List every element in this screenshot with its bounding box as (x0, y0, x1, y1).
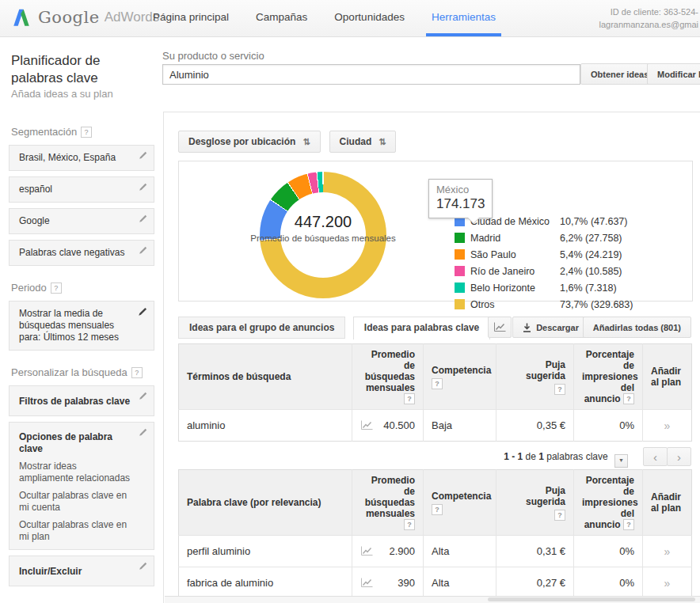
legend-swatch (455, 233, 465, 243)
legend-item: Madrid 6,2% (27.758) (455, 229, 633, 246)
sidebar-item-include-exclude[interactable]: Incluir/Excluir (9, 556, 154, 586)
product-search-input[interactable] (162, 64, 580, 85)
search-terms-table: Términos de búsqueda Promedio de búsqued… (178, 343, 692, 442)
trend-chart-icon[interactable] (360, 578, 373, 588)
edit-pencil-icon[interactable] (139, 427, 148, 437)
table-row: fabrica de aluminio 390 Alta 0,27 € 0% » (179, 567, 692, 599)
edit-pencil-icon[interactable] (138, 306, 148, 317)
bid-cell: 0,27 € (496, 567, 574, 599)
download-button[interactable]: Descargar (512, 317, 589, 338)
trend-chart-icon[interactable] (360, 546, 373, 556)
edit-pencil-icon[interactable] (139, 150, 148, 160)
avg-searches-value: 390 (398, 577, 415, 589)
keyword-option: Ocultar palabras clave en mi plan (19, 519, 133, 543)
legend-swatch (455, 266, 465, 276)
help-icon[interactable]: ? (432, 378, 443, 389)
edit-pencil-icon[interactable] (139, 561, 148, 571)
impression-share-cell: 0% (574, 567, 643, 599)
scrollbar-thumb[interactable] (488, 597, 695, 601)
modify-search-button[interactable]: Modificar búsqueda (647, 63, 700, 85)
page-size-dropdown[interactable]: ▼ (614, 454, 628, 468)
avg-searches-value: 2.900 (389, 545, 415, 557)
help-icon[interactable]: ? (404, 519, 415, 530)
city-dropdown[interactable]: Ciudad ⇅ (329, 131, 397, 153)
help-icon[interactable]: ? (81, 127, 92, 138)
breakdown-dropdown[interactable]: Desglose por ubicación ⇅ (178, 131, 321, 153)
col-header-add-to-plan: Añadir al plan (643, 344, 692, 410)
edit-pencil-icon[interactable] (139, 391, 148, 400)
sidebar-item-language[interactable]: español (9, 176, 154, 203)
col-header-search-terms[interactable]: Términos de búsqueda (179, 344, 352, 410)
horizontal-scrollbar[interactable] (165, 596, 700, 603)
legend-swatch (455, 249, 465, 260)
product-input-label: Su producto o servicio (162, 50, 264, 62)
keyword-cell: aluminio (179, 410, 352, 442)
nav-oportunidades[interactable]: Oportunidades (321, 0, 418, 36)
sidebar-item-negative-keywords[interactable]: Palabras clave negativas (9, 240, 154, 266)
tab-keyword-ideas[interactable]: Ideas para palabras clave (353, 317, 490, 339)
col-header-impression-share[interactable]: Porcentaje de impresiones del anuncio ? (574, 344, 643, 410)
tab-ad-group-ideas[interactable]: Ideas para el grupo de anuncios (178, 317, 345, 339)
sidebar-item-locations[interactable]: Brasil, México, España (9, 145, 154, 171)
help-icon[interactable]: ? (554, 510, 565, 521)
table-row: aluminio 40.500 Baja 0,35 € 0% » (179, 410, 692, 442)
help-icon[interactable]: ? (623, 519, 634, 530)
nav-herramientas[interactable]: Herramientas (418, 0, 509, 36)
donut-hole (280, 192, 366, 278)
client-id: ID de cliente: 363-524- (599, 6, 698, 18)
legend-swatch (455, 299, 465, 309)
sidebar-item-network[interactable]: Google (9, 208, 154, 234)
sidebar-item-date-range[interactable]: Mostrar la media de búsquedas mensuales … (9, 301, 154, 351)
sidebar-item-keyword-filters[interactable]: Filtros de palabras clave (9, 385, 154, 416)
legend-swatch (455, 283, 465, 293)
ideas-tabs: Ideas para el grupo de anuncios Ideas pa… (178, 317, 691, 339)
help-icon[interactable]: ? (51, 283, 62, 294)
col-header-competition[interactable]: Competencia? (424, 470, 496, 536)
col-header-avg-searches[interactable]: Promedio de búsquedas mensuales ? (352, 344, 424, 410)
chart-controls: Desglose por ubicación ⇅ Ciudad ⇅ (178, 131, 396, 153)
prev-page-button[interactable]: ‹ (643, 447, 668, 466)
updown-arrows-icon: ⇅ (302, 137, 310, 147)
main-nav: Página principal Campañas Oportunidades … (139, 0, 509, 36)
client-email: lagranmanzana.es@gmai (599, 18, 698, 31)
col-header-suggested-bid[interactable]: Puja sugerida? (496, 470, 574, 536)
add-to-plan-button[interactable]: » (643, 567, 692, 599)
next-page-button[interactable]: › (667, 447, 691, 466)
col-header-avg-searches[interactable]: Promedio de búsquedas mensuales ? (352, 470, 424, 536)
trend-chart-icon[interactable] (360, 420, 373, 430)
page-header: Planificador de palabras clave Añada ide… (0, 37, 700, 112)
col-header-suggested-bid[interactable]: Puja sugerida? (496, 344, 574, 410)
help-icon[interactable]: ? (623, 393, 634, 404)
help-icon[interactable]: ? (432, 504, 443, 515)
edit-pencil-icon[interactable] (139, 214, 148, 223)
col-header-add-to-plan: Añadir al plan (643, 470, 692, 536)
col-header-competition[interactable]: Competencia? (424, 344, 496, 410)
help-icon[interactable]: ? (404, 393, 415, 404)
add-all-button[interactable]: Añadirlas todas (801) (583, 317, 691, 338)
add-to-plan-button[interactable]: » (643, 536, 692, 567)
nav-campanas[interactable]: Campañas (242, 0, 321, 36)
line-chart-icon (493, 322, 506, 332)
chart-view-button[interactable] (488, 317, 512, 338)
periodo-heading: Periodo? (11, 282, 163, 294)
donut-chart[interactable]: 447.200 Promedio de búsquedas mensuales … (260, 172, 386, 298)
download-icon (523, 323, 531, 332)
add-to-plan-button[interactable]: » (643, 410, 692, 442)
tooltip-value: 174.173 (436, 196, 485, 212)
edit-pencil-icon[interactable] (139, 182, 148, 192)
chart-tooltip: México 174.173 (428, 179, 493, 218)
page-subtitle: Añada ideas a su plan (11, 88, 113, 100)
help-icon[interactable]: ? (554, 384, 565, 395)
keyword-ideas-table: Palabra clave (por relevancia) Promedio … (178, 469, 692, 603)
sidebar-item-keyword-options[interactable]: Opciones de palabra clave Mostrar ideas … (9, 422, 154, 550)
adwords-logo[interactable]: Google AdWords (11, 7, 159, 28)
chart-legend: Ciudad de México 10,7% (47.637) Madrid 6… (455, 213, 633, 313)
page-title: Planificador de palabras clave (11, 52, 150, 87)
nav-pagina-principal[interactable]: Página principal (139, 0, 242, 36)
col-header-keyword-relevance[interactable]: Palabra clave (por relevancia) (179, 470, 352, 536)
help-icon[interactable]: ? (131, 367, 143, 378)
donut-chart-panel: 447.200 Promedio de búsquedas mensuales … (178, 161, 693, 302)
col-header-impression-share[interactable]: Porcentaje de impresiones del anuncio ? (574, 470, 643, 536)
impression-share-cell: 0% (574, 536, 643, 567)
edit-pencil-icon[interactable] (139, 245, 148, 255)
